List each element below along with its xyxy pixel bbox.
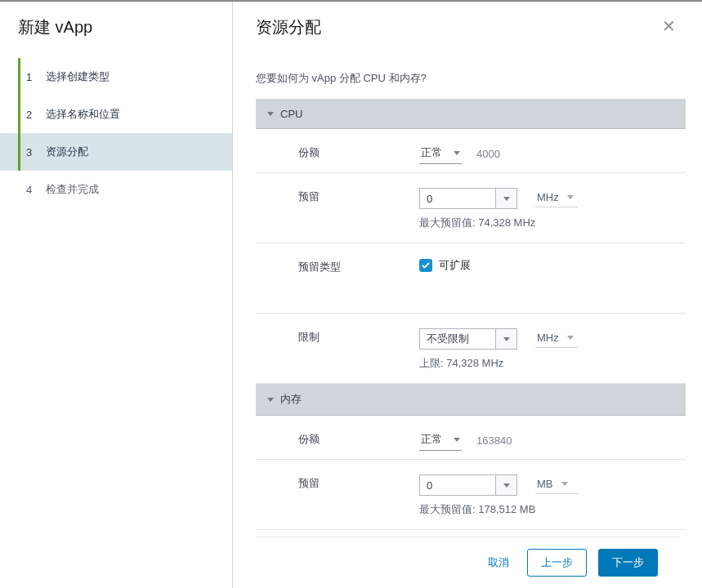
page-subtitle: 您要如何为 vApp 分配 CPU 和内存?	[256, 71, 679, 86]
cpu-limit-unit: MHz	[537, 332, 559, 344]
wizard-steps: 1 选择创建类型 2 选择名称和位置 3 资源分配 4 检查并完成	[0, 58, 232, 208]
controls-line: MB	[419, 474, 686, 496]
next-button[interactable]: 下一步	[598, 549, 658, 577]
controls-line: MHz	[419, 328, 686, 350]
cpu-shares-select-value: 正常	[421, 145, 442, 160]
memory-reservation-dropdown-button[interactable]	[495, 475, 516, 495]
chevron-down-icon	[567, 195, 574, 199]
step-number: 2	[26, 109, 41, 121]
memory-reservation-unit: MB	[537, 478, 553, 490]
cpu-shares-controls: 正常 4000	[419, 144, 686, 164]
chevron-down-icon	[561, 482, 568, 486]
cpu-reservation-unit: MHz	[537, 191, 559, 203]
cpu-shares-label: 份额	[298, 144, 419, 160]
cpu-limit-label: 限制	[298, 328, 419, 345]
step-review-complete[interactable]: 4 检查并完成	[0, 171, 232, 208]
dialog-body: 新建 vApp 1 选择创建类型 2 选择名称和位置 3 资源分配	[0, 2, 702, 588]
cpu-reservation-unit-select[interactable]: MHz	[535, 189, 578, 207]
back-button[interactable]: 上一步	[527, 549, 587, 577]
chevron-down-icon	[503, 197, 510, 201]
memory-section-label: 内存	[280, 392, 302, 407]
cpu-reservation-type-controls: 可扩展	[419, 258, 686, 273]
step-number: 3	[26, 146, 41, 158]
wizard-title: 新建 vApp	[0, 16, 232, 56]
main-header: 资源分配 ✕	[256, 16, 679, 38]
cpu-shares-row: 份额 正常 4000	[256, 129, 686, 173]
memory-reservation-input[interactable]	[419, 474, 517, 496]
cpu-reservation-label: 预留	[298, 188, 419, 204]
new-vapp-dialog: 新建 vApp 1 选择创建类型 2 选择名称和位置 3 资源分配	[0, 0, 702, 588]
chevron-down-icon	[267, 112, 274, 116]
form-scroll-area[interactable]: CPU 份额 正常 4000 预留	[256, 99, 686, 537]
memory-reservation-controls: MB 最大预留值: 178,512 MB	[419, 474, 686, 517]
wizard-footer: 取消 上一步 下一步	[256, 537, 679, 588]
chevron-down-icon	[454, 438, 460, 442]
memory-shares-controls: 正常 163840	[419, 430, 686, 451]
page-title: 资源分配	[256, 16, 321, 38]
step-number: 4	[26, 184, 41, 196]
check-icon	[422, 262, 430, 269]
wizard-sidebar: 新建 vApp 1 选择创建类型 2 选择名称和位置 3 资源分配	[0, 2, 233, 588]
step-label: 选择名称和位置	[41, 107, 120, 122]
cpu-limit-row: 限制 MHz 上限: 74,328 MHz	[256, 314, 686, 384]
memory-shares-select[interactable]: 正常	[419, 430, 462, 451]
memory-shares-value: 163840	[472, 433, 516, 448]
memory-reservation-label: 预留	[298, 474, 419, 491]
chevron-down-icon	[454, 151, 460, 155]
chevron-down-icon	[567, 336, 574, 340]
step-number: 1	[26, 71, 41, 83]
cpu-limit-unit-select[interactable]: MHz	[535, 330, 578, 348]
cpu-reservation-type-label: 预留类型	[298, 258, 419, 274]
step-name-location[interactable]: 2 选择名称和位置	[0, 96, 232, 133]
controls-line: MHz	[419, 188, 686, 209]
cpu-section-label: CPU	[280, 108, 302, 120]
step-marker	[18, 96, 20, 133]
cpu-reservation-row: 预留 MHz 最大预留值: 74,328 MHz	[256, 173, 686, 243]
chevron-down-icon	[503, 483, 510, 488]
step-label: 选择创建类型	[41, 69, 110, 84]
memory-section-header[interactable]: 内存	[256, 384, 686, 416]
memory-shares-label: 份额	[298, 430, 419, 447]
controls-line: 正常 163840	[419, 430, 686, 451]
memory-reservation-unit-select[interactable]: MB	[535, 476, 578, 494]
cpu-reservation-controls: MHz 最大预留值: 74,328 MHz	[419, 188, 686, 230]
step-marker	[18, 133, 20, 171]
cancel-button[interactable]: 取消	[481, 550, 516, 575]
memory-shares-row: 份额 正常 163840	[256, 416, 686, 460]
cpu-reservation-type-row: 预留类型 可扩展	[256, 243, 686, 314]
wizard-main: 资源分配 ✕ 您要如何为 vApp 分配 CPU 和内存? CPU 份额 正常	[233, 2, 702, 588]
cpu-expandable-checkbox-wrap: 可扩展	[419, 258, 686, 273]
cpu-expandable-checkbox[interactable]	[419, 259, 432, 272]
close-icon[interactable]: ✕	[659, 16, 679, 36]
cpu-reservation-input[interactable]	[419, 188, 517, 209]
memory-reservation-field[interactable]	[420, 475, 495, 495]
cpu-reservation-field[interactable]	[420, 189, 495, 208]
memory-shares-select-value: 正常	[421, 432, 442, 447]
cpu-section-header[interactable]: CPU	[256, 100, 686, 129]
cpu-expandable-label: 可扩展	[439, 258, 471, 273]
step-resource-allocation[interactable]: 3 资源分配	[0, 133, 232, 171]
memory-reservation-row: 预留 MB 最大预留值: 178,512 MB	[256, 460, 686, 530]
step-create-type[interactable]: 1 选择创建类型	[0, 58, 232, 96]
cpu-reservation-hint: 最大预留值: 74,328 MHz	[419, 216, 686, 230]
chevron-down-icon	[267, 398, 274, 402]
chevron-down-icon	[503, 337, 510, 341]
cpu-limit-field[interactable]	[420, 329, 495, 349]
cpu-limit-controls: MHz 上限: 74,328 MHz	[419, 328, 686, 371]
controls-line: 正常 4000	[419, 144, 686, 164]
cpu-limit-dropdown-button[interactable]	[495, 329, 516, 349]
step-label: 资源分配	[41, 145, 88, 159]
cpu-limit-input[interactable]	[419, 328, 517, 350]
memory-reservation-hint: 最大预留值: 178,512 MB	[419, 502, 686, 517]
step-label: 检查并完成	[41, 182, 99, 197]
cpu-shares-select[interactable]: 正常	[419, 144, 462, 164]
memory-reservation-type-row: 预留类型 可扩展	[256, 530, 686, 537]
cpu-limit-hint: 上限: 74,328 MHz	[419, 356, 686, 371]
cpu-shares-value: 4000	[472, 146, 505, 162]
cpu-reservation-dropdown-button[interactable]	[495, 189, 516, 208]
step-marker	[18, 58, 20, 96]
